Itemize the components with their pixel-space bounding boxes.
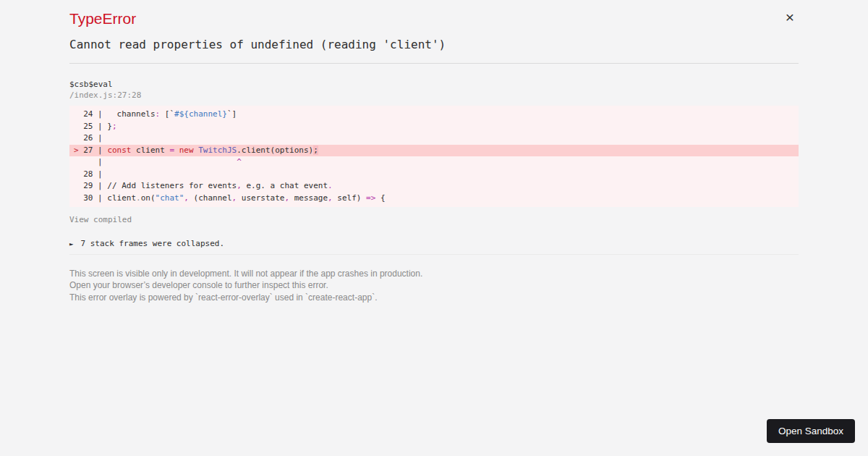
code-line: 28 | xyxy=(74,169,799,181)
code-frame: 24 | channels: [`#${channel}`] 25 | }; 2… xyxy=(69,106,799,207)
stack-frame-function: $csb$eval xyxy=(69,79,799,90)
collapsed-frames-toggle[interactable]: ► 7 stack frames were collapsed. xyxy=(69,239,799,248)
header-divider xyxy=(69,63,799,64)
expand-arrow-icon: ► xyxy=(69,240,73,248)
footer-divider xyxy=(69,254,799,255)
footer-note-powered-by: This error overlay is powered by `react-… xyxy=(69,292,799,303)
footer-note-development: This screen is visible only in developme… xyxy=(69,268,799,279)
code-line: > 27 | const client = new TwitchJS.clien… xyxy=(69,145,799,157)
code-line: 26 | xyxy=(74,132,799,145)
code-line: | ^ xyxy=(74,156,799,169)
code-line: 30 | client.on("chat", (channel, usersta… xyxy=(74,193,799,205)
code-line: 29 | // Add listeners for events, e.g. a… xyxy=(74,180,799,193)
footer-notes: This screen is visible only in developme… xyxy=(69,268,799,303)
stack-frame-info: $csb$eval /index.js:27:28 xyxy=(69,79,799,101)
error-overlay: TypeError × Cannot read properties of un… xyxy=(0,0,868,456)
open-sandbox-button[interactable]: Open Sandbox xyxy=(767,419,855,443)
code-line: 24 | channels: [`#${channel}`] xyxy=(74,109,799,121)
view-compiled-link[interactable]: View compiled xyxy=(69,215,132,224)
close-icon: × xyxy=(786,9,794,25)
error-title: TypeError xyxy=(69,7,799,28)
stack-frame-location: /index.js:27:28 xyxy=(69,90,799,101)
collapsed-frames-label: 7 stack frames were collapsed. xyxy=(80,239,224,248)
footer-note-console: Open your browser’s developer console to… xyxy=(69,279,799,291)
code-line: 25 | }; xyxy=(74,121,799,133)
close-button[interactable]: × xyxy=(782,9,798,25)
error-message: Cannot read properties of undefined (rea… xyxy=(69,38,799,51)
